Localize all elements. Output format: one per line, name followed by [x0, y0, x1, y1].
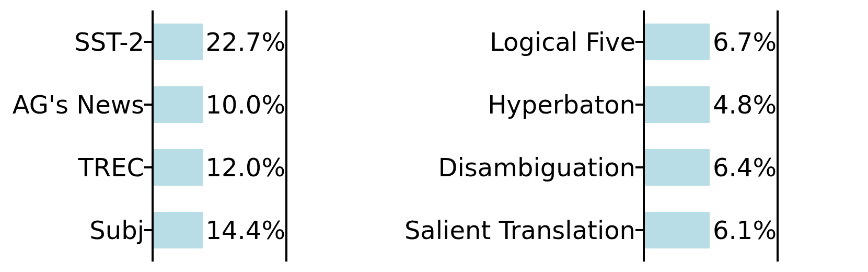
value-label: 6.7% — [713, 29, 777, 54]
bar-row: Salient Translation 6.1% — [645, 199, 777, 262]
tick — [635, 166, 643, 168]
value-label: 6.1% — [713, 218, 777, 243]
category-label: Hyperbaton — [488, 92, 635, 117]
category-label: AG's News — [13, 92, 144, 117]
bar-row: Logical Five 6.7% — [645, 10, 777, 73]
category-label: Logical Five — [490, 29, 635, 54]
bar-row: TREC 12.0% — [154, 136, 285, 199]
tick — [144, 41, 152, 43]
category-label: Disambiguation — [438, 155, 635, 180]
category-label: Salient Translation — [404, 218, 635, 243]
panel-2: Logical Five 6.7% Hyperbaton 4.8% Disamb… — [434, 0, 868, 272]
value-label: 22.7% — [206, 29, 285, 54]
tick — [144, 166, 152, 168]
bar — [154, 212, 203, 248]
bars-2: Logical Five 6.7% Hyperbaton 4.8% Disamb… — [645, 10, 777, 262]
bar-row: Subj 14.4% — [154, 199, 285, 262]
value-label: 12.0% — [206, 155, 285, 180]
value-label: 14.4% — [206, 218, 285, 243]
bar — [154, 86, 203, 123]
plot-area-2: Logical Five 6.7% Hyperbaton 4.8% Disamb… — [643, 10, 779, 262]
tick — [144, 229, 152, 231]
bar — [645, 86, 710, 123]
tick — [635, 229, 643, 231]
tick — [635, 104, 643, 106]
panel-1: SST-2 22.7% AG's News 10.0% TREC 12.0% — [0, 0, 434, 272]
bar-row: Disambiguation 6.4% — [645, 136, 777, 199]
category-label: SST-2 — [74, 29, 144, 54]
bar-row: Hyperbaton 4.8% — [645, 73, 777, 136]
bar-row: SST-2 22.7% — [154, 10, 285, 73]
category-label: TREC — [78, 155, 144, 180]
bar — [645, 212, 710, 248]
chart-wrap: SST-2 22.7% AG's News 10.0% TREC 12.0% — [0, 0, 868, 272]
value-label: 10.0% — [206, 92, 285, 117]
bar — [645, 149, 710, 186]
category-label: Subj — [89, 218, 144, 243]
tick — [144, 104, 152, 106]
value-label: 6.4% — [713, 155, 777, 180]
bar — [645, 24, 710, 60]
bar — [154, 24, 203, 60]
plot-area-1: SST-2 22.7% AG's News 10.0% TREC 12.0% — [152, 10, 287, 262]
bar — [154, 149, 203, 186]
bar-row: AG's News 10.0% — [154, 73, 285, 136]
tick — [635, 41, 643, 43]
bars-1: SST-2 22.7% AG's News 10.0% TREC 12.0% — [154, 10, 285, 262]
value-label: 4.8% — [713, 92, 777, 117]
